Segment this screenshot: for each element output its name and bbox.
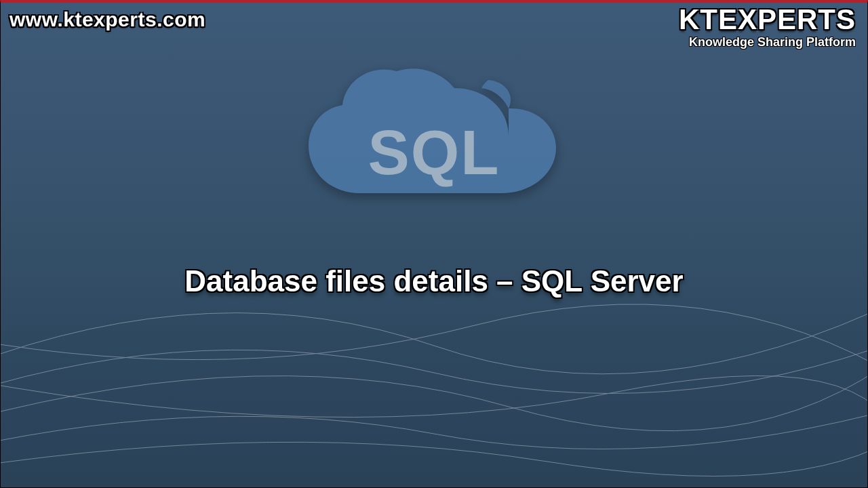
brand-title: KTEXPERTS [679,5,856,34]
brand-tagline: Knowledge Sharing Platform [679,35,856,49]
cloud-text: SQL [368,117,500,188]
decorative-waves [0,217,868,488]
brand-block: KTEXPERTS Knowledge Sharing Platform [679,5,856,49]
main-title: Database files details – SQL Server [0,264,868,298]
website-url: www.ktexperts.com [9,8,205,31]
sql-cloud-logo: SQL [305,61,563,237]
